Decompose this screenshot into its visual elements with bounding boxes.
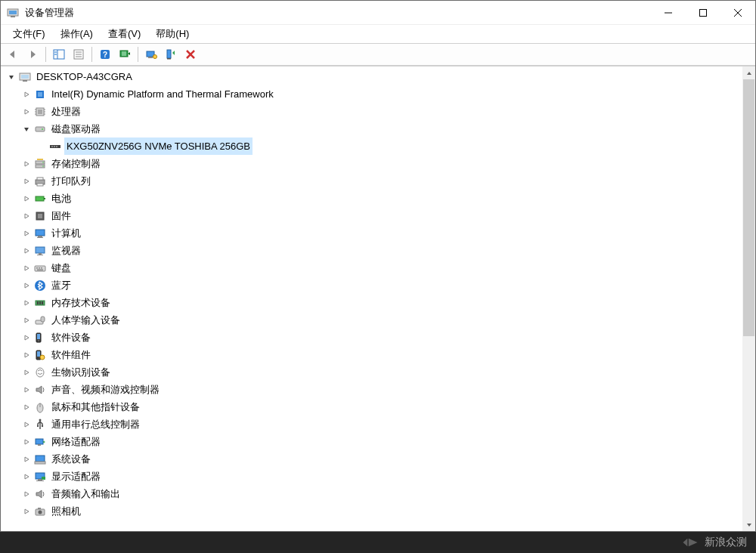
tree-item[interactable]: 磁盘驱动器 [1,120,742,137]
tree-item[interactable]: 固件 [1,207,742,224]
uninstall-device-button[interactable] [162,45,180,63]
tree-item-label: 键盘 [49,259,73,276]
vertical-scrollbar[interactable] [742,66,755,531]
svg-point-49 [42,162,44,163]
tree-item[interactable]: 声音、视频和游戏控制器 [1,381,742,398]
scroll-down-button[interactable] [742,518,755,531]
tree-root[interactable]: DESKTOP-A43CGRA [1,68,742,85]
tree-item[interactable]: 通用串行总线控制器 [1,416,742,433]
chevron-right-icon[interactable] [20,227,33,239]
toolbar-separator [45,47,46,62]
tree-item[interactable]: 存储控制器 [1,155,742,172]
scan-hardware-button[interactable] [116,45,134,63]
svg-point-79 [38,340,39,341]
svg-rect-34 [38,110,42,114]
chevron-right-icon[interactable] [20,419,33,431]
tree-item[interactable]: 电池 [1,190,742,207]
tree-item[interactable]: 软件组件 [1,346,742,363]
chevron-right-icon[interactable] [20,193,33,205]
chevron-right-icon[interactable] [20,505,33,517]
tree-item[interactable]: 软件设备 [1,329,742,346]
biometric-icon [34,366,46,378]
tree-item[interactable]: 鼠标和其他指针设备 [1,398,742,416]
tree-item[interactable]: 处理器 [1,103,742,120]
chevron-right-icon[interactable] [20,262,33,274]
maximize-button[interactable] [686,1,720,25]
tree-root-label: DESKTOP-A43CGRA [34,68,135,85]
back-button[interactable] [4,45,22,63]
storage-ctrl-icon [34,158,46,170]
svg-rect-24 [167,50,171,58]
memory-icon [34,297,46,309]
menu-help[interactable]: 帮助(H) [148,26,197,42]
tree-item[interactable]: KXG50ZNV256G NVMe TOSHIBA 256GB [1,137,742,155]
cpu-icon [34,106,46,118]
tree-item[interactable]: 内存技术设备 [1,294,742,311]
properties-button[interactable] [70,45,88,63]
chevron-right-icon[interactable] [20,436,33,448]
chevron-right-icon[interactable] [20,280,33,292]
forward-button[interactable] [23,45,42,63]
help-button[interactable]: ? [96,45,114,63]
svg-rect-25 [167,58,171,60]
tree-item[interactable]: 打印队列 [1,172,742,190]
scroll-up-button[interactable] [742,66,755,79]
ssd-icon [49,141,61,153]
tree-item[interactable]: 键盘 [1,259,742,276]
firmware-icon [34,210,46,222]
svg-rect-62 [36,247,45,253]
tree-item-label: 声音、视频和游戏控制器 [49,381,162,398]
tree-item[interactable]: 音频输入和输出 [1,485,742,502]
tree-item[interactable]: 显示适配器 [1,468,742,485]
tree-item[interactable]: 网络适配器 [1,433,742,450]
chevron-right-icon[interactable] [20,297,33,309]
chevron-right-icon[interactable] [20,471,33,483]
chevron-right-icon[interactable] [20,384,33,396]
svg-rect-45 [54,146,55,147]
chevron-right-icon[interactable] [20,88,33,100]
scroll-thumb[interactable] [743,79,754,336]
menu-view[interactable]: 查看(V) [101,26,148,42]
close-button[interactable] [720,1,755,25]
chevron-right-icon[interactable] [20,332,33,344]
tree-item[interactable]: 人体学输入设备 [1,311,742,329]
chip-blue-icon [34,88,46,100]
tree-item[interactable]: Intel(R) Dynamic Platform and Thermal Fr… [1,85,742,103]
device-tree[interactable]: DESKTOP-A43CGRAIntel(R) Dynamic Platform… [1,66,742,531]
chevron-down-icon[interactable] [5,71,17,83]
chevron-right-icon[interactable] [20,488,33,500]
tree-item-label: 存储控制器 [49,155,103,172]
chevron-right-icon[interactable] [20,175,33,187]
chevron-right-icon[interactable] [20,453,33,465]
chevron-right-icon[interactable] [20,106,33,118]
show-hide-tree-button[interactable] [50,45,68,63]
chevron-right-icon[interactable] [20,366,33,378]
watermark-text: 新浪众测 [705,536,747,549]
chevron-right-icon[interactable] [20,210,33,222]
titlebar[interactable]: 设备管理器 [1,1,755,25]
chevron-right-icon[interactable] [20,314,33,326]
minimize-button[interactable] [651,1,686,25]
tree-item[interactable]: 蓝牙 [1,276,742,294]
menu-file[interactable]: 文件(F) [5,26,53,42]
chevron-right-icon[interactable] [20,401,33,413]
chevron-right-icon[interactable] [20,349,33,361]
chevron-right-icon[interactable] [20,158,33,170]
svg-rect-41 [36,127,45,131]
chevron-right-icon[interactable] [20,245,33,257]
tree-item[interactable]: 生物识别设备 [1,363,742,381]
tree-item[interactable]: 系统设备 [1,450,742,468]
menu-action[interactable]: 操作(A) [53,26,101,42]
tree-item[interactable]: 照相机 [1,502,742,520]
chevron-down-icon[interactable] [20,123,33,135]
tree-item[interactable]: 计算机 [1,224,742,242]
tree-item[interactable]: 监视器 [1,242,742,259]
svg-rect-91 [36,456,45,462]
update-driver-button[interactable] [142,45,160,63]
tree-item-label: 显示适配器 [49,468,103,485]
tree-item-label: 打印队列 [49,172,93,190]
disable-device-button[interactable] [181,45,200,63]
svg-rect-67 [39,267,40,269]
svg-rect-54 [37,184,43,186]
svg-rect-63 [39,253,42,255]
